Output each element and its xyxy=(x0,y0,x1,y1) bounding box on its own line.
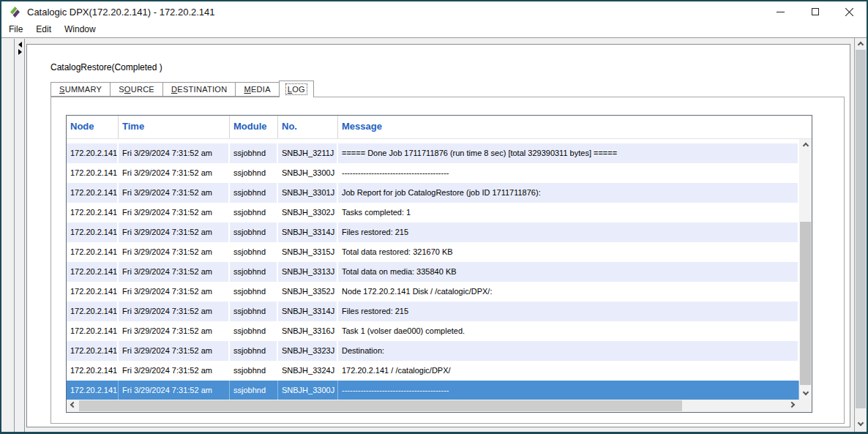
cell-time: Fri 3/29/2024 7:31:52 am xyxy=(119,222,230,242)
tab-media[interactable]: MEDIA xyxy=(235,82,279,97)
cell-time: Fri 3/29/2024 7:31:52 am xyxy=(119,341,230,361)
cell-no: SNBJH_3302J xyxy=(278,203,338,222)
cell-module: ssjobhnd xyxy=(230,302,278,321)
cell-message: Task 1 (volser dae000) completed. xyxy=(338,321,799,341)
scroll-left-button[interactable] xyxy=(67,400,78,412)
tab-label: SOURCE xyxy=(117,84,156,94)
log-row[interactable]: 172.20.2.141 Fri 3/29/2024 7:31:52 am ss… xyxy=(67,341,799,361)
log-row[interactable]: 172.20.2.141 Fri 3/29/2024 7:31:52 am ss… xyxy=(67,242,799,262)
cell-no: SNBJH_3300J xyxy=(278,381,338,400)
log-table-body: 172.20.2.141 Fri 3/29/2024 7:31:52 am ss… xyxy=(67,139,812,400)
cell-module: ssjobhnd xyxy=(230,341,278,361)
tab-source[interactable]: SOURCE xyxy=(110,82,163,97)
tab-label-part: URCE xyxy=(131,85,154,94)
cell-module: ssjobhnd xyxy=(230,143,278,163)
app-logo-icon[interactable] xyxy=(9,6,21,18)
panel-splitter[interactable] xyxy=(15,39,25,432)
log-row[interactable]: 172.20.2.141 Fri 3/29/2024 7:31:52 am ss… xyxy=(67,321,799,341)
cell-module: ssjobhnd xyxy=(230,321,278,341)
window-vertical-scrollbar[interactable] xyxy=(854,38,867,432)
cell-no: SNBJH_3314J xyxy=(278,222,338,242)
tab-destination[interactable]: DESTINATION xyxy=(162,82,236,97)
tab-label: DESTINATION xyxy=(170,84,228,94)
chevron-up-icon xyxy=(858,42,864,48)
cell-no: SNBJH_3300J xyxy=(278,163,338,183)
tab-log[interactable]: LOG xyxy=(279,81,314,97)
column-header-no[interactable]: No. xyxy=(278,116,338,138)
cell-node: 172.20.2.141 xyxy=(67,203,119,222)
cell-message: ---------------------------------------- xyxy=(338,381,799,400)
tab-label-mnemonic: S xyxy=(59,85,65,94)
cell-node: 172.20.2.141 xyxy=(67,262,119,282)
cell-message: 172.20.2.141 / /catalogic/DPX/ xyxy=(338,361,799,381)
log-row[interactable]: 172.20.2.141 Fri 3/29/2024 7:31:52 am ss… xyxy=(67,262,799,282)
cell-module: ssjobhnd xyxy=(230,262,278,282)
column-header-node[interactable]: Node xyxy=(67,116,119,138)
cell-module: ssjobhnd xyxy=(230,361,278,381)
log-row[interactable]: 172.20.2.141 Fri 3/29/2024 7:31:52 am ss… xyxy=(67,163,799,183)
cell-module: ssjobhnd xyxy=(230,381,278,400)
expand-right-icon[interactable] xyxy=(18,49,22,55)
horizontal-scroll-thumb[interactable] xyxy=(79,400,682,411)
column-header-message[interactable]: Message xyxy=(338,116,812,138)
menu-item-label: Edit xyxy=(36,24,51,34)
cell-node: 172.20.2.141 xyxy=(67,341,119,361)
table-horizontal-scrollbar[interactable] xyxy=(67,400,799,412)
scroll-up-button[interactable] xyxy=(799,139,812,151)
window-scroll-up-button[interactable] xyxy=(855,38,867,50)
cell-message: Files restored: 215 xyxy=(338,222,799,242)
tab-bar: SUMMARY SOURCE DESTINATION MEDIA LOG xyxy=(50,81,314,97)
log-row[interactable]: 172.20.2.141 Fri 3/29/2024 7:31:52 am ss… xyxy=(67,381,799,400)
cell-module: ssjobhnd xyxy=(230,203,278,222)
maximize-button[interactable] xyxy=(798,1,832,22)
log-row[interactable]: 172.20.2.141 Fri 3/29/2024 7:31:52 am ss… xyxy=(67,222,799,242)
maximize-icon xyxy=(812,8,819,15)
cell-module: ssjobhnd xyxy=(230,222,278,242)
cell-time: Fri 3/29/2024 7:31:52 am xyxy=(119,262,230,282)
vertical-scroll-thumb[interactable] xyxy=(800,222,811,385)
log-table-header: Node Time Module No. Message xyxy=(67,116,812,139)
log-tab-panel: Node Time Module No. Message 172.20.2.14… xyxy=(50,97,845,424)
window-scroll-thumb[interactable] xyxy=(856,50,866,408)
chevron-down-icon xyxy=(802,389,808,395)
cell-module: ssjobhnd xyxy=(230,183,278,203)
menu-item-window[interactable]: Window xyxy=(58,22,102,37)
close-button[interactable] xyxy=(832,1,867,22)
table-vertical-scrollbar[interactable] xyxy=(799,139,812,400)
cell-node: 172.20.2.141 xyxy=(67,321,119,341)
menu-item-edit[interactable]: Edit xyxy=(29,22,58,37)
cell-time: Fri 3/29/2024 7:31:52 am xyxy=(119,163,230,183)
chevron-right-icon xyxy=(789,402,795,408)
minimize-button[interactable] xyxy=(763,1,798,22)
log-row[interactable]: 172.20.2.141 Fri 3/29/2024 7:31:52 am ss… xyxy=(67,282,799,302)
tab-summary[interactable]: SUMMARY xyxy=(50,82,111,97)
scroll-down-button[interactable] xyxy=(799,388,812,400)
log-row[interactable]: 172.20.2.141 Fri 3/29/2024 7:31:52 am ss… xyxy=(67,361,799,381)
cell-time: Fri 3/29/2024 7:31:52 am xyxy=(119,321,230,341)
cell-message: Total data restored: 321670 KB xyxy=(338,242,799,262)
cell-message: Tasks completed: 1 xyxy=(338,203,799,222)
cell-node: 172.20.2.141 xyxy=(67,361,119,381)
titlebar[interactable]: Catalogic DPX(172.20.2.141) - 172.20.2.1… xyxy=(1,1,867,22)
window-scroll-down-button[interactable] xyxy=(855,419,867,430)
log-rows: 172.20.2.141 Fri 3/29/2024 7:31:52 am ss… xyxy=(67,139,799,400)
left-panel-strip xyxy=(1,39,15,432)
window-title: Catalogic DPX(172.20.2.141) - 172.20.2.1… xyxy=(27,7,215,18)
cell-no: SNBJH_3323J xyxy=(278,341,338,361)
column-header-module[interactable]: Module xyxy=(230,116,278,138)
log-row[interactable]: 172.20.2.141 Fri 3/29/2024 7:31:52 am ss… xyxy=(67,143,799,163)
cell-time: Fri 3/29/2024 7:31:52 am xyxy=(119,282,230,302)
log-row[interactable]: 172.20.2.141 Fri 3/29/2024 7:31:52 am ss… xyxy=(67,302,799,321)
menu-item-label: Window xyxy=(64,24,96,34)
cell-node: 172.20.2.141 xyxy=(67,381,119,400)
cell-node: 172.20.2.141 xyxy=(67,163,119,183)
cell-module: ssjobhnd xyxy=(230,242,278,262)
menu-item-file[interactable]: File xyxy=(2,22,29,37)
log-row[interactable]: 172.20.2.141 Fri 3/29/2024 7:31:52 am ss… xyxy=(67,183,799,203)
scroll-right-button[interactable] xyxy=(787,400,799,412)
log-row[interactable]: 172.20.2.141 Fri 3/29/2024 7:31:52 am ss… xyxy=(67,203,799,222)
cell-message: Files restored: 215 xyxy=(338,302,799,321)
column-header-time[interactable]: Time xyxy=(119,116,230,138)
chevron-left-icon xyxy=(70,402,76,408)
collapse-left-icon[interactable] xyxy=(18,42,22,48)
